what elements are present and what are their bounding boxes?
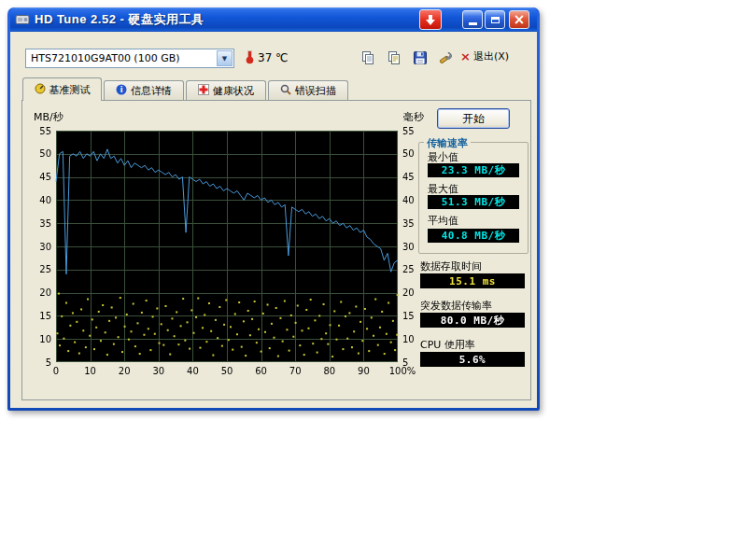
minimize-button[interactable] [462, 10, 483, 29]
tab-info[interactable]: i 信息详情 [104, 80, 184, 100]
exit-x-icon: × [460, 49, 471, 63]
copy-icon [360, 50, 375, 65]
transfer-rate-group: 传输速率 最小值 23.3 MB/秒 最大值 51.3 MB/秒 平均值 40.… [418, 142, 529, 254]
tab-error-scan[interactable]: 错误扫描 [268, 80, 348, 100]
cpu-usage-value: 5.6% [420, 352, 525, 367]
tab-benchmark[interactable]: 基准测试 [22, 77, 102, 101]
minimize-icon [469, 22, 477, 25]
svg-text:i: i [120, 86, 123, 94]
min-value: 23.3 MB/秒 [428, 163, 519, 177]
copy-text-button[interactable] [384, 49, 404, 67]
exit-button[interactable]: × 退出(X) [460, 49, 509, 63]
thermometer-icon [246, 49, 254, 68]
cpu-usage-label: CPU 使用率 [420, 338, 475, 352]
toolbar-buttons [358, 49, 457, 67]
health-cross-icon [198, 84, 209, 98]
app-icon [15, 12, 30, 27]
start-button[interactable]: 开始 [437, 108, 510, 129]
down-arrow-icon [425, 14, 436, 26]
exit-label: 退出(X) [473, 49, 509, 63]
benchmark-icon [35, 83, 46, 97]
window-title: HD Tune 2.52 - 硬盘实用工具 [35, 11, 204, 28]
capture-download-button[interactable] [419, 9, 442, 30]
burst-rate-label: 突发数据传输率 [420, 299, 492, 313]
tab-health[interactable]: 健康状况 [186, 80, 266, 100]
benchmark-panel: 开始 传输速率 最小值 23.3 MB/秒 最大值 51.3 MB/秒 平均值 … [21, 100, 531, 400]
drive-select[interactable]: HTS721010G9AT00 (100 GB) ▼ [25, 49, 234, 68]
chevron-down-icon[interactable]: ▼ [217, 50, 233, 66]
tools-icon [439, 50, 454, 65]
maximize-icon [491, 17, 500, 23]
info-icon: i [116, 84, 127, 98]
burst-rate-value: 80.0 MB/秒 [420, 313, 525, 328]
max-label: 最大值 [428, 182, 458, 196]
access-time-label: 数据存取时间 [420, 259, 482, 273]
close-icon: × [514, 13, 526, 27]
min-label: 最小值 [428, 150, 458, 164]
temperature-value: 37 ℃ [258, 51, 289, 64]
tab-label: 健康状况 [213, 84, 254, 98]
close-button[interactable]: × [509, 10, 529, 29]
options-button[interactable] [436, 49, 457, 67]
tab-label: 信息详情 [131, 84, 172, 98]
avg-value: 40.8 MB/秒 [428, 229, 519, 243]
screen-background: HD Tune 2.52 - 硬盘实用工具 × HTS721010G9AT00 … [0, 0, 747, 560]
titlebar[interactable]: HD Tune 2.52 - 硬盘实用工具 × [10, 7, 537, 32]
copy-screenshot-button[interactable] [358, 49, 378, 67]
drive-select-value: HTS721010G9AT00 (100 GB) [31, 52, 180, 64]
temperature-indicator: 37 ℃ [246, 48, 289, 68]
window-body: HTS721010G9AT00 (100 GB) ▼ 37 ℃ [10, 32, 537, 408]
save-screenshot-button[interactable] [410, 49, 430, 67]
hd-tune-window: HD Tune 2.52 - 硬盘实用工具 × HTS721010G9AT00 … [7, 7, 540, 411]
access-time-value: 15.1 ms [420, 273, 525, 288]
transfer-rate-title: 传输速率 [424, 136, 471, 150]
tab-label: 错误扫描 [295, 84, 336, 98]
floppy-disk-icon [413, 50, 428, 65]
tab-label: 基准测试 [49, 83, 91, 97]
maximize-button[interactable] [485, 10, 505, 29]
magnifier-icon [280, 84, 291, 98]
max-value: 51.3 MB/秒 [428, 195, 519, 209]
copy-text-icon [387, 50, 402, 65]
benchmark-chart [22, 108, 430, 388]
avg-label: 平均值 [428, 214, 458, 228]
